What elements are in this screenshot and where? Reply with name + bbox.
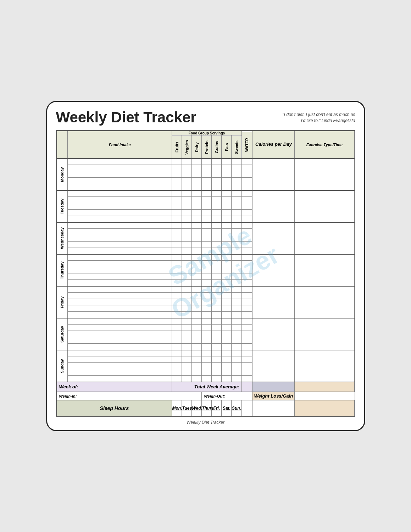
saturday-row-1: Saturday — [57, 318, 354, 325]
sleep-sat[interactable]: Sat. — [222, 400, 232, 416]
day-col-header — [57, 131, 68, 159]
friday-calories[interactable] — [252, 286, 295, 318]
col-fruits: Fruits — [172, 135, 182, 159]
thursday-exercise[interactable] — [295, 254, 354, 286]
main-tracker-table: Food Intake Food Group Servings WATER Ca… — [57, 131, 355, 416]
week-summary-row: Week of: Total Week Average: — [57, 382, 354, 392]
sunday-calories[interactable] — [252, 350, 295, 382]
quote-text: "I don't diet. I just don't eat as much … — [277, 109, 355, 124]
monday-food-1[interactable] — [68, 159, 172, 165]
food-group-servings-header: Food Group Servings — [172, 131, 241, 135]
total-average-calories[interactable] — [252, 382, 295, 392]
tuesday-label: Tuesday — [57, 190, 68, 222]
saturday-calories[interactable] — [252, 318, 295, 350]
sleep-row: Sleep Hours Mon. Tues. Wed. Thurs. Fri. … — [57, 400, 354, 416]
monday-label: Monday — [57, 159, 68, 190]
wednesday-exercise[interactable] — [295, 222, 354, 254]
tuesday-row-1: Tuesday — [57, 190, 354, 197]
monday-calories[interactable] — [252, 159, 295, 190]
footer-text: Weekly Diet Tracker — [56, 420, 355, 425]
friday-row-1: Friday — [57, 286, 354, 293]
wednesday-label: Wednesday — [57, 222, 68, 254]
weigh-row: Weigh-In: Weigh-Out: Weight Loss/Gain — [57, 392, 354, 400]
wednesday-calories[interactable] — [252, 222, 295, 254]
sleep-tues[interactable]: Tues. — [182, 400, 192, 416]
thursday-label: Thursday — [57, 254, 68, 286]
col-veggies: Veggies — [182, 135, 192, 159]
saturday-label: Saturday — [57, 318, 68, 350]
header-row-1: Food Intake Food Group Servings WATER Ca… — [57, 131, 354, 135]
saturday-exercise[interactable] — [295, 318, 354, 350]
week-of-label: Week of: — [57, 382, 172, 392]
page: Sample Organizer Weekly Diet Tracker "I … — [46, 101, 365, 431]
col-fats: Fats — [222, 135, 232, 159]
water-header: WATER — [241, 131, 252, 159]
sleep-mon[interactable]: Mon. — [172, 400, 182, 416]
sunday-exercise[interactable] — [295, 350, 354, 382]
sleep-fri[interactable]: Fri. — [212, 400, 222, 416]
sleep-hours-label: Sleep Hours — [57, 400, 172, 416]
food-intake-header: Food Intake — [68, 131, 172, 159]
page-header: Weekly Diet Tracker "I don't diet. I jus… — [56, 109, 355, 126]
exercise-header: Exercise Type/Time — [295, 131, 354, 159]
thursday-row-1: Thursday — [57, 254, 354, 261]
friday-exercise[interactable] — [295, 286, 354, 318]
sunday-row-1: Sunday — [57, 350, 354, 356]
sleep-sun[interactable]: Sun. — [232, 400, 241, 416]
total-week-average-label: Total Week Average: — [172, 382, 241, 392]
monday-exercise[interactable] — [295, 159, 354, 190]
col-sweets: Sweets — [232, 135, 241, 159]
tuesday-calories[interactable] — [252, 190, 295, 222]
wednesday-row-1: Wednesday — [57, 222, 354, 229]
weigh-in-label: Weigh-In: — [57, 392, 202, 400]
sleep-wed[interactable]: Wed. — [192, 400, 202, 416]
monday-row-1: Monday — [57, 159, 354, 165]
col-protein: Protein — [202, 135, 212, 159]
thursday-calories[interactable] — [252, 254, 295, 286]
weigh-out-label: Weigh-Out: — [202, 392, 252, 400]
weight-loss-gain-cell: Weight Loss/Gain — [252, 392, 295, 400]
sleep-thurs[interactable]: Thurs. — [202, 400, 212, 416]
col-dairy: Dairy — [192, 135, 202, 159]
calories-header: Calories per Day — [252, 131, 295, 159]
tracker-table-wrap: Food Intake Food Group Servings WATER Ca… — [56, 130, 355, 417]
friday-label: Friday — [57, 286, 68, 318]
tuesday-exercise[interactable] — [295, 190, 354, 222]
sunday-label: Sunday — [57, 350, 68, 382]
col-grains: Grains — [212, 135, 222, 159]
page-title: Weekly Diet Tracker — [56, 109, 196, 126]
